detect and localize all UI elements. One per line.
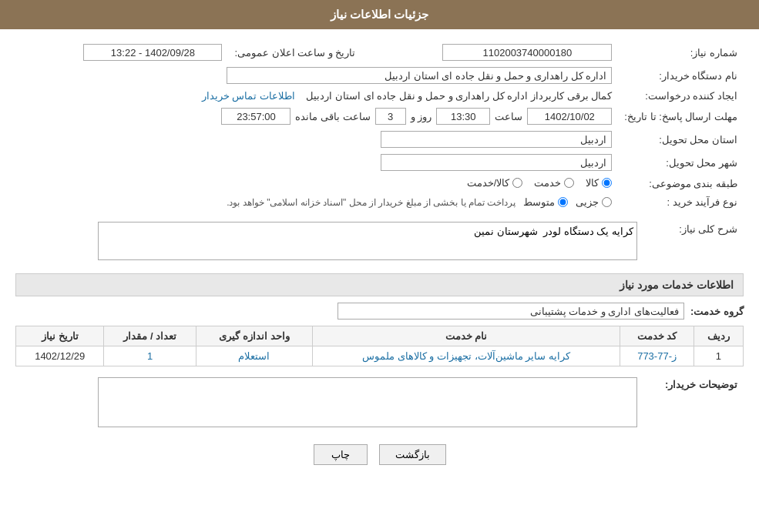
remaining-time-value: 23:57:00 xyxy=(221,108,291,125)
category-goods-label: کالا xyxy=(586,177,599,189)
category-both-label: کالا/خدمت xyxy=(467,177,510,189)
service-group-value: فعالیت‌های اداری و خدمات پشتیبانی xyxy=(338,303,684,320)
cell-unit: استعلام xyxy=(196,346,313,366)
need-summary-table: شرح کلی نیاز: كرايه يک دستگاه لودر شهرست… xyxy=(15,219,744,266)
purchase-type-label: نوع فرآیند خرید : xyxy=(618,193,744,211)
deadline-cell: 1402/10/02 ساعت 13:30 روز و 3 ساعت باقی … xyxy=(15,105,618,128)
city-cell: اردبیل xyxy=(15,151,618,174)
cell-qty: 1 xyxy=(104,346,196,366)
col-header-unit: واحد اندازه گیری xyxy=(196,326,313,346)
need-number-cell: 1102003740000180 xyxy=(362,41,619,64)
category-label: طبقه بندی موضوعی: xyxy=(618,174,744,193)
announce-date-value: 1402/09/28 - 13:22 xyxy=(83,44,222,61)
col-header-qty: تعداد / مقدار xyxy=(104,326,196,346)
org-name-label: نام دستگاه خریدار: xyxy=(618,64,744,87)
cell-name: کرایه سایر ماشین‌آلات، تجهیزات و کالاهای… xyxy=(312,346,620,366)
creator-label: ایجاد کننده درخواست: xyxy=(618,87,744,105)
cell-row: 1 xyxy=(694,346,743,366)
deadline-label: مهلت ارسال پاسخ: تا تاریخ: xyxy=(618,105,744,128)
cell-date: 1402/12/29 xyxy=(16,346,104,366)
purchase-type-cell: جزیی متوسط پرداخت تمام یا بخشی از مبلغ خ… xyxy=(15,193,618,211)
city-value: اردبیل xyxy=(381,154,612,171)
col-header-name: نام خدمت xyxy=(312,326,620,346)
page-title: جزئیات اطلاعات نیاز xyxy=(331,8,428,21)
need-summary-label: شرح کلی نیاز: xyxy=(643,219,744,266)
remaining-time-label: ساعت باقی مانده xyxy=(295,111,370,122)
province-cell: اردبیل xyxy=(15,128,618,151)
service-group-label: گروه خدمت: xyxy=(690,306,744,317)
purchase-type-partial-label: جزیی xyxy=(576,196,599,208)
back-button[interactable]: بازگشت xyxy=(379,444,446,465)
announce-date-label: تاریخ و ساعت اعلان عمومی: xyxy=(228,41,361,64)
org-name-value: اداره کل راهداری و حمل و نقل جاده ای است… xyxy=(227,67,612,84)
city-label: شهر محل تحویل: xyxy=(618,151,744,174)
button-row: بازگشت چاپ xyxy=(15,444,744,477)
purchase-type-medium-label: متوسط xyxy=(523,196,555,208)
print-button[interactable]: چاپ xyxy=(314,444,368,465)
creator-cell: کمال برقی کاربرداز اداره کل راهداری و حم… xyxy=(15,87,618,105)
services-section-title: اطلاعات خدمات مورد نیاز xyxy=(15,273,744,296)
services-table: ردیف کد خدمت نام خدمت واحد اندازه گیری ت… xyxy=(15,326,744,366)
category-option-both[interactable]: کالا/خدمت xyxy=(467,177,523,189)
col-header-code: کد خدمت xyxy=(620,326,694,346)
buyer-description-value[interactable] xyxy=(98,377,637,427)
creator-value: کمال برقی کاربرداز اداره کل راهداری و حم… xyxy=(306,90,612,102)
province-label: استان محل تحویل: xyxy=(618,128,744,151)
need-summary-value[interactable]: كرايه يک دستگاه لودر شهرستان نمين xyxy=(98,222,637,260)
deadline-days-value: 3 xyxy=(375,108,406,125)
purchase-type-medium[interactable]: متوسط xyxy=(523,196,568,208)
announce-date-cell: 1402/09/28 - 13:22 xyxy=(15,41,228,64)
need-number-label: شماره نیاز: xyxy=(618,41,744,64)
deadline-time-value: 13:30 xyxy=(436,108,490,125)
buyer-desc-table: توضیحات خریدار: xyxy=(15,374,744,433)
contact-link[interactable]: اطلاعات تماس خریدار xyxy=(202,90,295,102)
col-header-row: ردیف xyxy=(694,326,743,346)
deadline-day-label: روز و xyxy=(411,111,432,122)
buyer-desc-cell xyxy=(15,374,643,433)
deadline-time-label: ساعت xyxy=(495,111,522,122)
need-summary-cell: كرايه يک دستگاه لودر شهرستان نمين xyxy=(15,219,643,266)
table-row: 1 ز-77-773 کرایه سایر ماشین‌آلات، تجهیزا… xyxy=(16,346,744,366)
deadline-date-value: 1402/10/02 xyxy=(527,108,612,125)
province-value: اردبیل xyxy=(381,131,612,148)
page-header: جزئیات اطلاعات نیاز xyxy=(0,0,759,29)
main-info-table: شماره نیاز: 1102003740000180 تاریخ و ساع… xyxy=(15,41,744,211)
category-option-service[interactable]: خدمت xyxy=(534,177,574,189)
category-service-label: خدمت xyxy=(534,177,561,189)
need-number-value: 1102003740000180 xyxy=(442,44,612,61)
buyer-desc-label: توضیحات خریدار: xyxy=(643,374,744,433)
group-service-row: گروه خدمت: فعالیت‌های اداری و خدمات پشتی… xyxy=(15,303,744,320)
col-header-date: تاریخ نیاز xyxy=(16,326,104,346)
purchase-type-partial[interactable]: جزیی xyxy=(576,196,612,208)
org-name-cell: اداره کل راهداری و حمل و نقل جاده ای است… xyxy=(15,64,618,87)
category-option-goods[interactable]: کالا xyxy=(586,177,612,189)
purchase-type-notice: پرداخت تمام یا بخشی از مبلغ خریدار از مح… xyxy=(227,197,516,208)
category-cell: کالا خدمت کالا/خدمت xyxy=(15,174,618,193)
cell-code: ز-77-773 xyxy=(620,346,694,366)
